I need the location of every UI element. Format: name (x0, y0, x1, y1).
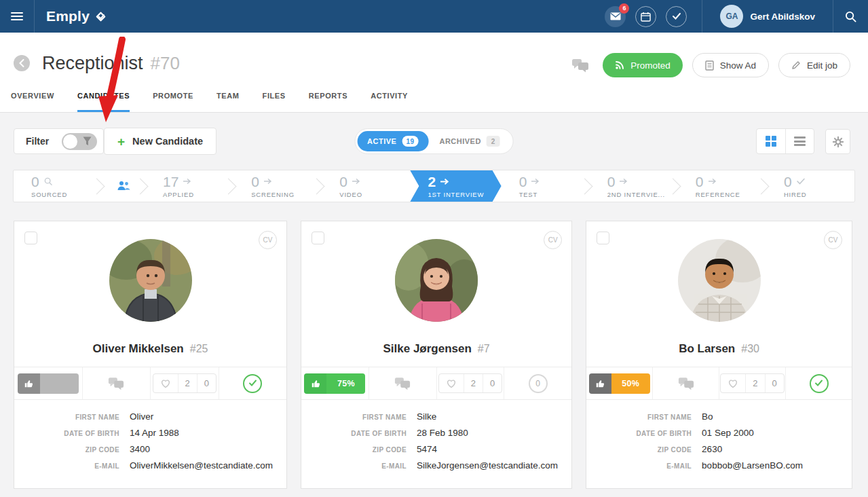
gear-icon (832, 136, 844, 148)
candidate-comments-button[interactable] (369, 367, 436, 399)
app-logo[interactable]: Emply (35, 0, 107, 33)
list-view-button[interactable] (785, 129, 814, 153)
cv-badge[interactable]: CV (544, 231, 562, 249)
status-zero-badge[interactable]: 0 (529, 374, 548, 393)
tab-candidates[interactable]: CANDIDATES (77, 92, 130, 112)
checkmark-icon (672, 12, 681, 20)
archived-filter-button[interactable]: ARCHIVED 2 (428, 136, 510, 147)
calendar-button[interactable] (635, 6, 656, 27)
favorite-counter[interactable]: 2 0 (438, 373, 502, 393)
active-archived-switch: ACTIVE 19 ARCHIVED 2 (354, 128, 514, 154)
status-approved-badge[interactable] (810, 374, 829, 393)
select-candidate-checkbox[interactable] (312, 232, 324, 244)
candidate-name[interactable]: Oliver Mikkelsen (93, 342, 184, 356)
candidate-comments-button[interactable] (82, 367, 151, 399)
tab-reports[interactable]: REPORTS (309, 92, 347, 112)
thumbs-vote-button[interactable]: 75% (304, 373, 365, 394)
cv-badge[interactable]: CV (259, 231, 277, 249)
user-menu[interactable]: GA Gert Abildskov (702, 0, 833, 33)
show-ad-button[interactable]: Show Ad (692, 53, 769, 77)
field-value: 2630 (702, 444, 722, 454)
pipeline-stage-screening[interactable]: 0 SCREENING (233, 170, 322, 202)
field-label: E-MAIL (28, 462, 119, 470)
messages-button[interactable]: 6 (605, 6, 626, 27)
field-value: 14 Apr 1988 (130, 428, 179, 438)
comments-icon (678, 377, 694, 390)
settings-button[interactable] (825, 129, 850, 154)
field-value: SilkeJorgensen@testcandiate.com (417, 460, 558, 471)
candidate-number: #30 (741, 343, 759, 355)
tasks-button[interactable] (666, 6, 687, 27)
favorite-counter[interactable]: 2 0 (153, 373, 216, 393)
candidate-name[interactable]: Bo Larsen (679, 342, 735, 356)
select-candidate-checkbox[interactable] (597, 232, 609, 244)
field-label: E-MAIL (600, 462, 692, 470)
heart-icon (153, 374, 178, 392)
comments-icon[interactable] (571, 58, 589, 73)
tab-promote[interactable]: PROMOTE (153, 92, 193, 112)
field-label: FIRST NAME (28, 413, 119, 421)
grid-view-button[interactable] (757, 129, 785, 153)
pipeline-stage-reference[interactable]: 0 REFERENCE (678, 170, 766, 202)
hamburger-menu-button[interactable] (0, 0, 35, 33)
list-view-icon (794, 135, 806, 148)
emply-logo-icon (94, 10, 107, 23)
candidate-photo[interactable] (678, 239, 761, 322)
thumbs-vote-button[interactable] (18, 373, 79, 394)
pipeline-people-segment[interactable] (102, 170, 145, 202)
favorite-count: 2 (178, 374, 197, 392)
field-label: ZIP CODE (28, 446, 119, 454)
pipeline-stage-2nd-interview[interactable]: 0 2ND INTERVIE... (590, 170, 678, 202)
search-button[interactable] (833, 0, 868, 33)
filter-toggle[interactable] (60, 133, 103, 150)
candidate-card-grid: CV Oliver Mikkelsen (0, 202, 868, 489)
promoted-button[interactable]: Promoted (603, 53, 683, 77)
pipeline-stage-sourced[interactable]: 0 SOURCED (14, 170, 102, 202)
tab-files[interactable]: FILES (263, 92, 286, 112)
thumbs-up-icon (18, 373, 40, 394)
candidate-name[interactable]: Silke Jørgensen (383, 342, 471, 356)
new-candidate-button[interactable]: + New Candidate (104, 128, 216, 155)
tab-activity[interactable]: ACTIVITY (371, 92, 408, 112)
candidate-card: CV Bo Larsen #30 (586, 221, 852, 489)
candidate-number: #25 (190, 343, 208, 355)
vote-percent: 50% (611, 373, 650, 394)
field-label: DATE OF BIRTH (315, 430, 407, 437)
pipeline-stage-hired[interactable]: 0 HIRED (766, 170, 854, 202)
check-icon (814, 380, 823, 387)
arrow-right-icon (531, 178, 540, 185)
back-button[interactable] (14, 55, 30, 71)
edit-job-button[interactable]: Edit job (778, 53, 850, 77)
candidate-card: CV Oliver Mikkelsen (14, 221, 287, 489)
active-filter-button[interactable]: ACTIVE 19 (357, 131, 428, 151)
field-label: FIRST NAME (315, 413, 407, 421)
thumbs-up-icon (304, 373, 326, 394)
active-label: ACTIVE (367, 137, 396, 145)
archived-label: ARCHIVED (439, 137, 480, 145)
unfavorite-count: 0 (483, 374, 502, 392)
pipeline-stage-video[interactable]: 0 VIDEO (322, 170, 410, 202)
pipeline-stage-applied[interactable]: 17 APPLIED (145, 170, 233, 202)
pipeline-stage-1st-interview[interactable]: 2 1ST INTERVIEW (410, 170, 501, 202)
favorite-counter[interactable]: 2 0 (720, 373, 784, 393)
heart-icon (721, 374, 745, 392)
select-candidate-checkbox[interactable] (24, 232, 37, 244)
tab-overview[interactable]: OVERVIEW (11, 92, 54, 112)
tab-team[interactable]: TEAM (216, 92, 240, 112)
candidate-comments-button[interactable] (652, 367, 719, 399)
field-value: OliverMikkelsen@testcandiate.com (130, 460, 273, 471)
user-avatar: GA (720, 5, 743, 28)
candidate-photo[interactable] (109, 239, 192, 322)
thumbs-vote-button[interactable]: 50% (589, 373, 650, 394)
chevron-left-icon (19, 59, 24, 67)
arrow-right-icon (440, 178, 449, 185)
cv-badge[interactable]: CV (824, 231, 842, 249)
arrow-right-icon (620, 178, 628, 185)
candidate-photo[interactable] (395, 239, 478, 322)
job-header: Receptionist #70 Promoted Show Ad Edit j… (0, 33, 868, 113)
calendar-icon (641, 12, 651, 22)
pencil-icon (791, 60, 801, 70)
pipeline-stage-test[interactable]: 0 TEST (502, 170, 590, 202)
search-icon (845, 11, 856, 22)
status-approved-badge[interactable] (243, 374, 262, 393)
